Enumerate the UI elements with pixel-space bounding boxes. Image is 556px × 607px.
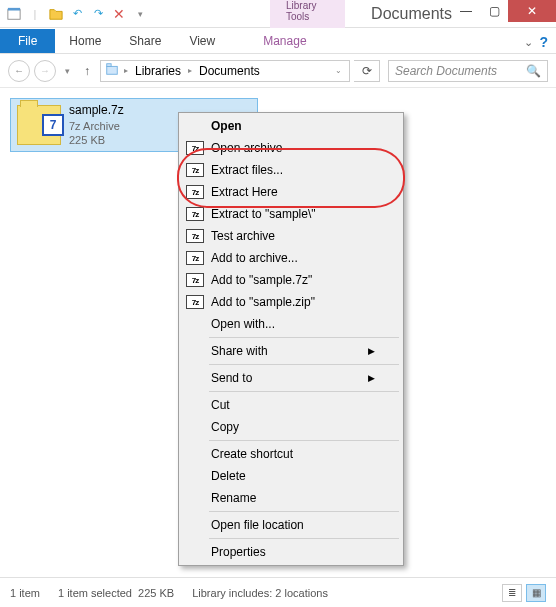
ctx-open-file-location[interactable]: Open file location <box>181 514 401 536</box>
breadcrumb-sep-icon[interactable]: ▸ <box>185 66 195 75</box>
icons-view-button[interactable]: ▦ <box>526 584 546 602</box>
status-bar: 1 item 1 item selected 225 KB Library in… <box>0 577 556 607</box>
forward-button[interactable]: → <box>34 60 56 82</box>
manage-tab[interactable]: Manage <box>249 29 320 53</box>
archive-badge-icon: 7 <box>42 114 64 136</box>
ribbon-collapse-icon[interactable]: ⌄ <box>524 36 533 49</box>
ctx-test-archive[interactable]: 7zTest archive <box>181 225 401 247</box>
ctx-extract-files[interactable]: 7zExtract files... <box>181 159 401 181</box>
ctx-rename[interactable]: Rename <box>181 487 401 509</box>
search-placeholder: Search Documents <box>395 64 497 78</box>
close-button[interactable]: ✕ <box>508 0 556 22</box>
ribbon: File Home Share View Manage ⌄ ? <box>0 28 556 54</box>
file-metadata: sample.7z 7z Archive 225 KB <box>69 103 124 147</box>
undo-icon[interactable]: ↶ <box>67 3 87 25</box>
up-button[interactable]: ↑ <box>78 64 96 78</box>
ctx-separator <box>209 538 399 539</box>
address-dropdown-icon[interactable]: ⌄ <box>332 66 345 75</box>
quick-access-toolbar: | ↶ ↷ ✕ ▾ <box>0 0 154 27</box>
back-button[interactable]: ← <box>8 60 30 82</box>
submenu-arrow-icon: ▶ <box>368 373 375 383</box>
redo-icon[interactable]: ↷ <box>88 3 108 25</box>
file-icon: 7 <box>17 105 61 145</box>
ctx-add-to-archive[interactable]: 7zAdd to archive... <box>181 247 401 269</box>
7z-icon: 7z <box>186 207 204 221</box>
context-menu: Open 7zOpen archive 7zExtract files... 7… <box>178 112 404 566</box>
ctx-delete[interactable]: Delete <box>181 465 401 487</box>
file-name: sample.7z <box>69 103 124 119</box>
status-library-includes: Library includes: 2 locations <box>192 587 328 599</box>
7z-icon: 7z <box>186 273 204 287</box>
7z-icon: 7z <box>186 141 204 155</box>
ctx-create-shortcut[interactable]: Create shortcut <box>181 443 401 465</box>
ctx-separator <box>209 391 399 392</box>
app-icon[interactable] <box>4 3 24 25</box>
svg-rect-2 <box>107 66 118 74</box>
7z-icon: 7z <box>186 185 204 199</box>
search-icon: 🔍 <box>526 64 541 78</box>
qat-separator: | <box>25 3 45 25</box>
ctx-open-with[interactable]: Open with... <box>181 313 401 335</box>
ctx-separator <box>209 364 399 365</box>
status-item-count: 1 item <box>10 587 40 599</box>
titlebar: | ↶ ↷ ✕ ▾ Library Tools Documents — ▢ ✕ <box>0 0 556 28</box>
ribbon-right: ⌄ ? <box>524 34 556 53</box>
7z-icon: 7z <box>186 295 204 309</box>
svg-rect-3 <box>107 64 111 67</box>
qat-dropdown-icon[interactable]: ▾ <box>130 3 150 25</box>
ctx-extract-to[interactable]: 7zExtract to "sample\" <box>181 203 401 225</box>
navigation-bar: ← → ▾ ↑ ▸ Libraries ▸ Documents ⌄ ⟳ Sear… <box>0 54 556 88</box>
breadcrumb-libraries[interactable]: Libraries <box>133 64 183 78</box>
ctx-share-with[interactable]: Share with▶ <box>181 340 401 362</box>
window-controls: — ▢ ✕ <box>452 0 556 27</box>
ctx-open[interactable]: Open <box>181 115 401 137</box>
home-tab[interactable]: Home <box>55 29 115 53</box>
details-view-button[interactable]: ≣ <box>502 584 522 602</box>
status-selected: 1 item selected 225 KB <box>58 587 174 599</box>
file-type: 7z Archive <box>69 119 124 133</box>
view-tab[interactable]: View <box>175 29 229 53</box>
svg-rect-0 <box>8 9 20 19</box>
7z-icon: 7z <box>186 251 204 265</box>
search-input[interactable]: Search Documents 🔍 <box>388 60 548 82</box>
ctx-separator <box>209 440 399 441</box>
recent-locations-icon[interactable]: ▾ <box>60 66 74 76</box>
svg-rect-1 <box>8 7 20 10</box>
ctx-copy[interactable]: Copy <box>181 416 401 438</box>
7z-icon: 7z <box>186 229 204 243</box>
content-area[interactable]: 7 sample.7z 7z Archive 225 KB Open 7zOpe… <box>0 88 556 577</box>
window-title: Documents <box>371 5 452 23</box>
ctx-send-to[interactable]: Send to▶ <box>181 367 401 389</box>
ctx-add-to-zip[interactable]: 7zAdd to "sample.zip" <box>181 291 401 313</box>
refresh-button[interactable]: ⟳ <box>354 60 380 82</box>
file-tab[interactable]: File <box>0 29 55 53</box>
breadcrumb-documents[interactable]: Documents <box>197 64 262 78</box>
breadcrumb-sep-icon[interactable]: ▸ <box>121 66 131 75</box>
ctx-add-to-7z[interactable]: 7zAdd to "sample.7z" <box>181 269 401 291</box>
ctx-separator <box>209 337 399 338</box>
ctx-cut[interactable]: Cut <box>181 394 401 416</box>
maximize-button[interactable]: ▢ <box>480 0 508 22</box>
help-icon[interactable]: ? <box>539 34 548 50</box>
minimize-button[interactable]: — <box>452 0 480 22</box>
ctx-open-archive[interactable]: 7zOpen archive <box>181 137 401 159</box>
contextual-tab-label: Library Tools <box>270 0 345 28</box>
address-bar[interactable]: ▸ Libraries ▸ Documents ⌄ <box>100 60 350 82</box>
share-tab[interactable]: Share <box>115 29 175 53</box>
submenu-arrow-icon: ▶ <box>368 346 375 356</box>
7z-icon: 7z <box>186 163 204 177</box>
file-size: 225 KB <box>69 133 124 147</box>
location-icon <box>105 62 119 79</box>
ctx-properties[interactable]: Properties <box>181 541 401 563</box>
new-folder-icon[interactable] <box>46 3 66 25</box>
ctx-separator <box>209 511 399 512</box>
delete-icon[interactable]: ✕ <box>109 3 129 25</box>
ctx-extract-here[interactable]: 7zExtract Here <box>181 181 401 203</box>
